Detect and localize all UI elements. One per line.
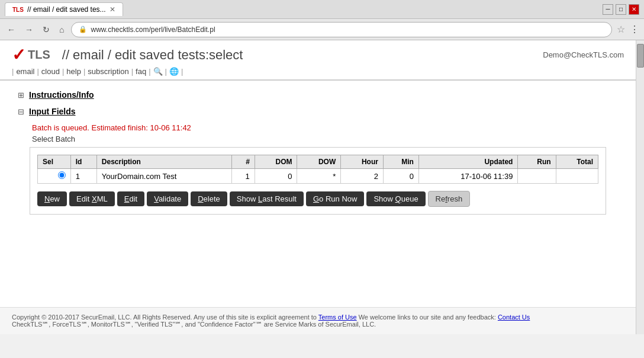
show-queue-button[interactable]: Show Queue — [366, 191, 425, 206]
col-header-description: Description — [96, 155, 231, 169]
batch-table: Sel Id Description # DOM DOW Hour Min Up… — [37, 155, 598, 184]
cell-total — [556, 169, 598, 184]
col-header-num: # — [232, 155, 255, 169]
footer-welcome: We welcome links to our site and any fee… — [357, 314, 498, 321]
window-controls: ─ □ ✕ — [603, 4, 639, 15]
col-header-min: Min — [383, 155, 418, 169]
search-icon[interactable]: 🔍 — [153, 67, 163, 76]
instructions-section-header: ⊞ Instructions/Info — [18, 90, 618, 100]
go-run-now-button[interactable]: Go Run Now — [306, 191, 364, 206]
show-last-result-button[interactable]: Show Last Result — [230, 191, 304, 206]
nav-link-cloud[interactable]: cloud — [41, 67, 60, 76]
page-title: // email / edit saved tests:select — [62, 47, 243, 63]
col-header-updated: Updated — [418, 155, 518, 169]
scrollbar-track[interactable] — [636, 40, 644, 334]
terms-of-use-link[interactable]: Terms of Use — [318, 314, 357, 321]
cell-num: 1 — [232, 169, 255, 184]
col-header-dom: DOM — [255, 155, 297, 169]
logo-tls-text: TLS — [28, 48, 50, 62]
instructions-expand-icon[interactable]: ⊞ — [18, 91, 24, 100]
edit-button[interactable]: Edit — [117, 191, 144, 206]
nav-sep-2: | — [37, 67, 38, 76]
input-fields-expand-icon[interactable]: ⊟ — [18, 107, 24, 116]
cell-dom: 0 — [255, 169, 297, 184]
nav-sep-3: | — [62, 67, 64, 76]
bookmark-button[interactable]: ☆ — [617, 24, 625, 35]
cell-updated: 17-10-06 11:39 — [418, 169, 518, 184]
cell-sel[interactable] — [38, 169, 71, 184]
cell-description: YourDomain.com Test — [96, 169, 231, 184]
input-fields-header: ⊟ Input Fields — [18, 107, 618, 116]
nav-link-faq[interactable]: faq — [136, 67, 146, 76]
nav-link-email[interactable]: email — [16, 67, 34, 76]
minimize-button[interactable]: ─ — [603, 4, 613, 15]
address-bar[interactable]: 🔒 www.checktls.com/perl/live/BatchEdit.p… — [71, 22, 612, 37]
tab-close-icon[interactable]: ✕ — [110, 5, 115, 14]
cell-dow: * — [297, 169, 341, 184]
page-main: ✓ TLS // email / edit saved tests:select… — [0, 40, 636, 334]
col-header-run: Run — [518, 155, 556, 169]
site-header: ✓ TLS // email / edit saved tests:select… — [0, 40, 636, 81]
nav-sep-1: | — [12, 67, 14, 76]
table-container: Sel Id Description # DOM DOW Hour Min Up… — [30, 147, 606, 215]
col-header-dow: DOW — [297, 155, 341, 169]
nav-link-subscription[interactable]: subscription — [88, 67, 128, 76]
header-top: ✓ TLS // email / edit saved tests:select… — [12, 45, 624, 65]
cell-id: 1 — [70, 169, 96, 184]
refresh-button[interactable]: Refresh — [428, 191, 471, 207]
buttons-row: New Edit XML Edit Validate Delete Show L… — [37, 191, 598, 207]
col-header-hour: Hour — [341, 155, 384, 169]
titlebar: TLS // email / edit saved tes... ✕ ─ □ ✕ — [0, 0, 644, 19]
addressbar: ← → ↻ ⌂ 🔒 www.checktls.com/perl/live/Bat… — [0, 19, 644, 40]
input-fields-section: ⊟ Input Fields Batch is queued. Estimate… — [18, 107, 618, 215]
main-content: ⊞ Instructions/Info ⊟ Input Fields Batch… — [0, 81, 636, 307]
edit-xml-button[interactable]: Edit XML — [69, 191, 115, 206]
site-nav: | email | cloud | help | subscription | … — [12, 67, 624, 79]
cell-min: 0 — [383, 169, 418, 184]
page-wrapper: ✓ TLS // email / edit saved tests:select… — [0, 40, 636, 334]
footer-line2: CheckTLS℠, ForceTLS℠, MonitorTLS℠, "Veri… — [12, 321, 624, 328]
restore-button[interactable]: □ — [616, 4, 626, 15]
home-button[interactable]: ⌂ — [57, 24, 66, 36]
lock-icon: 🔒 — [79, 25, 87, 33]
nav-sep-4: | — [83, 67, 85, 76]
nav-sep-7: | — [165, 67, 167, 76]
contact-us-link[interactable]: Contact Us — [498, 314, 530, 321]
table-row: 1 YourDomain.com Test 1 0 * 2 0 17-10-06… — [38, 169, 598, 184]
input-fields-title[interactable]: Input Fields — [29, 107, 76, 116]
footer-copyright: Copyright © 2010-2017 SecurEmail, LLC. A… — [12, 314, 318, 321]
globe-icon[interactable]: 🌐 — [169, 67, 179, 76]
browser-tab[interactable]: TLS // email / edit saved tes... ✕ — [5, 2, 123, 16]
col-header-sel: Sel — [38, 155, 71, 169]
cell-hour: 2 — [341, 169, 384, 184]
user-email: Demo@CheckTLS.com — [543, 50, 624, 59]
nav-sep-8: | — [181, 67, 183, 76]
page-outer: ✓ TLS // email / edit saved tests:select… — [0, 40, 644, 334]
tab-title: // email / edit saved tes... — [27, 5, 106, 14]
scrollbar-thumb[interactable] — [637, 44, 644, 68]
delete-button[interactable]: Delete — [191, 191, 227, 206]
reload-button[interactable]: ↻ — [40, 24, 52, 36]
col-header-total: Total — [556, 155, 598, 169]
forward-button[interactable]: → — [22, 24, 36, 36]
back-button[interactable]: ← — [5, 24, 18, 36]
nav-sep-6: | — [149, 67, 150, 76]
logo-check-icon: ✓ — [12, 45, 25, 65]
nav-sep-5: | — [131, 67, 133, 76]
nav-link-help[interactable]: help — [66, 67, 81, 76]
validate-button[interactable]: Validate — [147, 191, 188, 206]
col-header-id: Id — [70, 155, 96, 169]
page-footer: Copyright © 2010-2017 SecurEmail, LLC. A… — [0, 307, 636, 334]
address-text: www.checktls.com/perl/live/BatchEdit.pl — [91, 25, 215, 34]
status-message: Batch is queued. Estimated finish: 10-06… — [32, 123, 618, 132]
select-batch-label: Select Batch — [32, 135, 618, 143]
tab-favicon: TLS — [12, 7, 24, 13]
close-button[interactable]: ✕ — [629, 4, 639, 15]
new-button[interactable]: New — [37, 191, 67, 206]
instructions-section-title[interactable]: Instructions/Info — [29, 90, 94, 100]
table-header-row: Sel Id Description # DOM DOW Hour Min Up… — [38, 155, 598, 169]
menu-button[interactable]: ⋮ — [630, 24, 639, 35]
logo-area: ✓ TLS // email / edit saved tests:select — [12, 45, 243, 65]
row-radio[interactable] — [58, 171, 66, 179]
footer-line1: Copyright © 2010-2017 SecurEmail, LLC. A… — [12, 314, 624, 321]
